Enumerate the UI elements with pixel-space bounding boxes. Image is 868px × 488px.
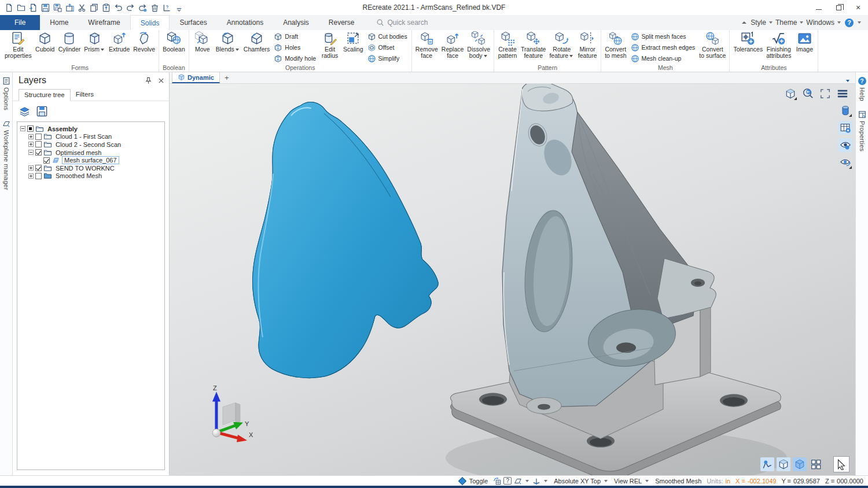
qat-undo-button[interactable]: [112, 2, 124, 13]
minimize-button[interactable]: [809, 1, 829, 14]
scaling-button[interactable]: Scaling: [341, 30, 365, 65]
qat-new-file-button[interactable]: [3, 2, 14, 13]
close-button[interactable]: ×: [848, 1, 868, 14]
layer-label[interactable]: Assembly: [46, 125, 79, 132]
layer-label[interactable]: SEND TO WORKNC: [54, 165, 116, 172]
workplane-mode-button[interactable]: [760, 457, 774, 471]
qat-save-as-button[interactable]: [52, 2, 63, 13]
solid-view-button[interactable]: [777, 457, 790, 471]
blends-button[interactable]: Blends: [214, 30, 242, 65]
expander-minus-icon[interactable]: [20, 126, 25, 131]
cut-bodies-button[interactable]: Cut bodies: [367, 31, 407, 42]
tab-analysis[interactable]: Analysis: [273, 15, 319, 30]
tab-solids[interactable]: Solids: [130, 15, 170, 30]
viewport-tab-dynamic[interactable]: Dynamic: [172, 72, 220, 83]
qat-copy-button[interactable]: [88, 2, 100, 13]
tab-wireframe[interactable]: Wireframe: [78, 15, 130, 30]
tab-reverse[interactable]: Reverse: [319, 15, 365, 30]
move-button[interactable]: Move: [191, 30, 214, 65]
layer-item-optimised-mesh[interactable]: Optimised mesh: [19, 149, 163, 157]
close-icon[interactable]: [158, 77, 164, 84]
expander-minus-icon[interactable]: [28, 150, 34, 155]
transparent-view-button[interactable]: [793, 457, 807, 471]
chamfers-button[interactable]: Chamfers: [242, 30, 272, 65]
convert-to-mesh-button[interactable]: Convertto mesh: [603, 30, 628, 65]
checkbox-mixed[interactable]: [27, 125, 34, 132]
quick-help-icon[interactable]: ?: [503, 477, 512, 485]
axis-status-icon[interactable]: [532, 477, 540, 485]
view-rel-dropdown[interactable]: View REL: [614, 478, 650, 485]
finishing-attributes-button[interactable]: Finishingattributes: [764, 30, 793, 65]
checkbox-unchecked[interactable]: [35, 134, 42, 140]
dissolve-body-button[interactable]: Dissolvebody: [465, 30, 492, 65]
viewport-layout-button[interactable]: [809, 457, 823, 471]
simplify-button[interactable]: Simplify: [367, 53, 407, 64]
mirror-feature-button[interactable]: Mirrorfeature: [576, 30, 599, 65]
expander-plus-icon[interactable]: [28, 173, 34, 179]
toggle-control[interactable]: Toggle: [458, 478, 488, 485]
tolerances-button[interactable]: Tolerances: [731, 30, 764, 65]
tab-surfaces[interactable]: Surfaces: [170, 15, 216, 30]
tab-home[interactable]: Home: [40, 15, 78, 30]
tab-structure-tree[interactable]: Structure tree: [19, 89, 71, 101]
view-orientation-button[interactable]: [784, 87, 797, 101]
pin-icon[interactable]: [145, 77, 152, 84]
viewport-menu-button[interactable]: [836, 87, 849, 101]
convert-to-surface-button[interactable]: Convertto surface: [697, 30, 727, 65]
checkbox-checked[interactable]: [35, 149, 42, 156]
view-mode-dropdown[interactable]: Absolute XY Top: [554, 478, 609, 485]
layer-label[interactable]: Cloud 1 - First Scan: [54, 133, 113, 140]
visibility-button[interactable]: [838, 138, 852, 152]
tab-file[interactable]: File: [0, 15, 40, 30]
restore-button[interactable]: [829, 1, 848, 14]
create-pattern-button[interactable]: Createpattern: [496, 30, 519, 65]
collapse-ribbon-icon[interactable]: [742, 21, 746, 24]
prism-button[interactable]: Prism: [82, 30, 107, 65]
holes-button[interactable]: Holes: [274, 42, 316, 53]
layer-label[interactable]: Mesh surface_067: [62, 156, 119, 164]
layer-item-mesh-surface-067[interactable]: Mesh surface_067: [19, 156, 163, 164]
edit-radius-button[interactable]: Editradius: [318, 30, 341, 65]
edit-properties-button[interactable]: Editproperties: [3, 30, 34, 65]
workplane-status-icon[interactable]: [514, 477, 522, 485]
checkbox-unchecked[interactable]: [35, 173, 42, 179]
draft-button[interactable]: Draft: [274, 31, 316, 42]
qat-share-button[interactable]: [64, 2, 75, 13]
theme-menu[interactable]: Theme: [775, 19, 797, 27]
cylinder-button[interactable]: Cylinder: [57, 30, 83, 65]
translate-feature-button[interactable]: Translatefeature: [519, 30, 547, 65]
mesh-clean-up-button[interactable]: Mesh clean-up: [631, 53, 696, 64]
layer-item-assembly[interactable]: Assembly: [19, 125, 163, 133]
qat-open-file-button[interactable]: [15, 2, 27, 13]
refined-cad-model[interactable]: [446, 84, 787, 475]
qat-import-export-button[interactable]: [27, 2, 39, 13]
pick-filter-icon[interactable]: [493, 477, 501, 485]
rotate-view-button[interactable]: [838, 156, 852, 169]
qat-repeat-button[interactable]: [137, 2, 148, 13]
expander-plus-icon[interactable]: [28, 165, 34, 171]
workplane-manager-panel-tab[interactable]: Workplane manager: [2, 120, 10, 190]
optimised-mesh-scan-model[interactable]: [252, 102, 438, 378]
checkbox-unchecked[interactable]: [35, 141, 42, 147]
cuboid-button[interactable]: Cuboid: [34, 30, 57, 65]
offset-button[interactable]: Offset: [367, 42, 407, 53]
select-cursor-tool[interactable]: [833, 456, 849, 472]
fit-view-button[interactable]: [818, 87, 832, 101]
modify-hole-button[interactable]: Modify hole: [274, 53, 316, 64]
expander-plus-icon[interactable]: [28, 142, 34, 147]
remove-face-button[interactable]: Removeface: [414, 30, 440, 65]
checkbox-checked[interactable]: [43, 157, 50, 164]
layer-item-cloud-2-second-scan[interactable]: Cloud 2 - Second Scan: [19, 141, 163, 149]
revolve-button[interactable]: Revolve: [131, 30, 157, 65]
qat-redo-button[interactable]: [124, 2, 136, 13]
layer-label[interactable]: Smoothed Mesh: [54, 172, 104, 179]
layer-label[interactable]: Optimised mesh: [54, 149, 103, 156]
windows-menu[interactable]: Windows: [806, 19, 834, 27]
qat-cut-button[interactable]: [76, 2, 87, 13]
qat-paste-button[interactable]: [100, 2, 112, 13]
qat-delete-button[interactable]: [149, 2, 160, 13]
quick-search[interactable]: Quick search: [376, 15, 428, 30]
rotate-feature-button[interactable]: Rotatefeature: [547, 30, 576, 65]
qat-save-button[interactable]: [39, 2, 51, 13]
boolean-button[interactable]: Boolean: [161, 30, 187, 65]
